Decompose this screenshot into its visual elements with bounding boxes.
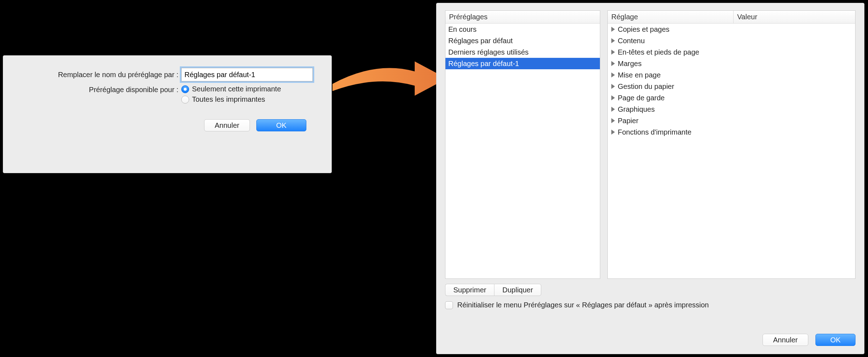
valeur-column-header: Valeur (734, 11, 855, 23)
settings-tree-item-label: Contenu (618, 37, 645, 45)
settings-tree-item[interactable]: Mise en page (608, 69, 855, 81)
cancel-button[interactable]: Annuler (204, 119, 250, 131)
settings-tree-item[interactable]: Contenu (608, 35, 855, 46)
radio-only-this-printer[interactable]: Seulement cette imprimante (181, 85, 281, 93)
settings-tree-item-label: Page de garde (618, 94, 665, 102)
rename-preset-dialog: Remplacer le nom du préréglage par : Pré… (3, 55, 332, 173)
preset-list-item-label: En cours (448, 25, 477, 34)
disclosure-triangle-icon (611, 38, 615, 43)
disclosure-triangle-icon (611, 27, 615, 32)
settings-tree-item[interactable]: Graphiques (608, 104, 855, 115)
settings-tree-item-label: Papier (618, 117, 638, 125)
settings-tree-item[interactable]: Fonctions d'imprimante (608, 126, 855, 138)
radio-only-this-printer-label: Seulement cette imprimante (192, 85, 281, 93)
preset-list-item-label: Réglages par défaut-1 (448, 60, 519, 68)
preset-list-item[interactable]: Réglages par défaut (445, 35, 600, 46)
presets-pane: Préréglages En coursRéglages par défautD… (445, 10, 600, 279)
cancel-button[interactable]: Annuler (763, 334, 808, 346)
settings-tree-item-label: En-têtes et pieds de page (618, 48, 699, 56)
preset-name-label: Remplacer le nom du préréglage par : (13, 71, 181, 79)
preset-list-item[interactable]: En cours (445, 24, 600, 35)
settings-tree-item[interactable]: Gestion du papier (608, 81, 855, 92)
ok-button[interactable]: OK (815, 334, 855, 346)
presets-management-dialog: Préréglages En coursRéglages par défautD… (436, 3, 864, 354)
reset-presets-label: Réinitialiser le menu Préréglages sur « … (457, 301, 709, 309)
ok-button[interactable]: OK (256, 119, 306, 131)
settings-tree-item-label: Fonctions d'imprimante (618, 128, 691, 136)
delete-preset-button[interactable]: Supprimer (445, 284, 494, 296)
presets-column-header: Préréglages (445, 11, 600, 24)
settings-tree-item[interactable]: Copies et pages (608, 24, 855, 35)
preset-availability-label: Préréglage disponible pour : (13, 85, 181, 94)
disclosure-triangle-icon (611, 95, 615, 100)
preset-list-item[interactable]: Derniers réglages utilisés (445, 46, 600, 58)
radio-all-printers-label: Toutes les imprimantes (192, 95, 265, 104)
disclosure-triangle-icon (611, 118, 615, 123)
settings-tree-item-label: Graphiques (618, 105, 655, 114)
preset-name-input[interactable] (181, 68, 313, 81)
reglage-column-header: Réglage (608, 11, 734, 23)
reset-presets-checkbox[interactable] (445, 301, 453, 309)
settings-pane: Réglage Valeur Copies et pagesContenuEn-… (607, 10, 855, 279)
settings-tree-item[interactable]: Papier (608, 115, 855, 126)
disclosure-triangle-icon (611, 130, 615, 135)
disclosure-triangle-icon (611, 84, 615, 89)
settings-tree-item[interactable]: Marges (608, 58, 855, 69)
arrow-annotation (332, 57, 447, 100)
preset-list-item-label: Derniers réglages utilisés (448, 48, 529, 56)
settings-tree-item-label: Gestion du papier (618, 82, 674, 91)
disclosure-triangle-icon (611, 50, 615, 55)
disclosure-triangle-icon (611, 61, 615, 66)
duplicate-preset-button[interactable]: Dupliquer (494, 284, 541, 296)
disclosure-triangle-icon (611, 107, 615, 112)
preset-list-item-label: Réglages par défaut (448, 37, 513, 45)
disclosure-triangle-icon (611, 72, 615, 77)
settings-tree-item-label: Copies et pages (618, 25, 670, 34)
settings-tree-item[interactable]: Page de garde (608, 92, 855, 104)
radio-all-printers[interactable]: Toutes les imprimantes (181, 95, 281, 104)
radio-icon (181, 96, 189, 104)
radio-icon (181, 85, 189, 93)
preset-list-item[interactable]: Réglages par défaut-1 (445, 58, 600, 69)
settings-tree-item-label: Marges (618, 60, 642, 68)
settings-tree-item-label: Mise en page (618, 71, 661, 79)
settings-tree-item[interactable]: En-têtes et pieds de page (608, 46, 855, 58)
